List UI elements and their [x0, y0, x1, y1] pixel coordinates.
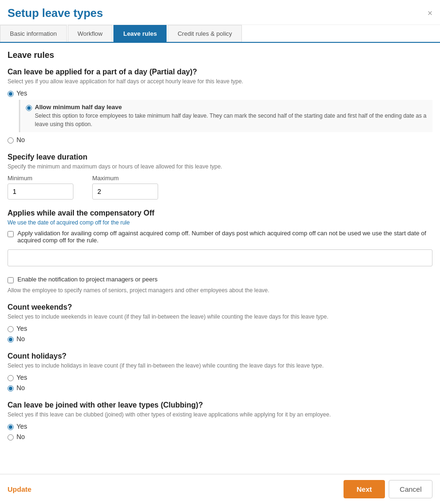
cancel-button[interactable]: Cancel — [389, 480, 432, 498]
maximum-field: Maximum — [92, 175, 158, 200]
partial-day-subtitle: Select yes if you allow leave applicatio… — [8, 78, 432, 85]
count-holidays-block: Count holidays? Select yes to include ho… — [8, 352, 432, 392]
holidays-yes-item: Yes — [8, 374, 432, 381]
half-day-label-container[interactable]: Allow minimum half day leave Select this… — [26, 104, 427, 128]
section-title: Leave rules — [8, 50, 432, 60]
tab-leave-rules[interactable]: Leave rules — [113, 25, 167, 42]
notification-checkbox-item: Enable the notification to project manag… — [8, 276, 432, 283]
clubbing-subtitle: Select yes if this leave can be clubbed … — [8, 411, 432, 418]
clubbing-no-label[interactable]: No — [16, 433, 25, 440]
weekends-no-label[interactable]: No — [16, 335, 25, 343]
holidays-no-label[interactable]: No — [16, 384, 25, 392]
footer-right-actions: Next Cancel — [344, 480, 432, 498]
minimum-field: Minimum — [8, 175, 73, 200]
partial-day-no-item: No — [8, 136, 432, 144]
modal-title: Setup leave types — [8, 7, 103, 20]
comp-off-checkbox[interactable] — [8, 231, 14, 237]
partial-day-options: Yes Allow minimum half day leave Select … — [8, 89, 432, 144]
count-weekends-block: Count weekends? Select yes to include we… — [8, 303, 432, 343]
comp-off-title: Applies while avail the compensatory Off — [8, 209, 432, 217]
count-holidays-options: Yes No — [8, 374, 432, 392]
clubbing-no-item: No — [8, 433, 432, 440]
notification-desc: Allow the employee to specify names of s… — [8, 287, 432, 294]
count-weekends-question: Count weekends? — [8, 303, 432, 312]
half-day-radio[interactable] — [26, 105, 32, 111]
modal-footer: Update Next Cancel — [0, 474, 440, 504]
tab-bar: Basic information Workflow Leave rules C… — [0, 25, 440, 43]
next-button[interactable]: Next — [344, 480, 385, 498]
count-weekends-subtitle: Select yes to include weekends in leave … — [8, 313, 432, 320]
partial-day-no-label[interactable]: No — [16, 136, 25, 144]
comp-off-checkbox-item: Apply validation for availing comp off a… — [8, 230, 432, 244]
duration-section: Specify leave duration Specify the minim… — [8, 153, 432, 200]
partial-day-yes-label[interactable]: Yes — [16, 89, 27, 97]
partial-day-no-radio[interactable] — [8, 137, 14, 144]
duration-fields: Minimum Maximum — [8, 175, 432, 200]
clubbing-block: Can leave be joined with other leave typ… — [8, 401, 432, 440]
modal-header: Setup leave types × — [0, 0, 440, 25]
maximum-label: Maximum — [92, 175, 158, 182]
minimum-label: Minimum — [8, 175, 73, 182]
tab-credit-rules[interactable]: Credit rules & policy — [168, 25, 242, 42]
tab-basic-information[interactable]: Basic information — [0, 25, 67, 42]
count-holidays-subtitle: Select yes to include holidays in leave … — [8, 362, 432, 369]
comp-off-days-input[interactable] — [8, 249, 432, 266]
partial-day-yes-item: Yes — [8, 89, 432, 97]
half-day-option-desc: Select this option to force employees to… — [35, 112, 427, 128]
weekends-yes-label[interactable]: Yes — [16, 325, 27, 332]
weekends-yes-item: Yes — [8, 325, 432, 332]
duration-subtitle: Specify the minimum and maximum days or … — [8, 163, 432, 170]
maximum-input[interactable] — [92, 184, 158, 200]
duration-title: Specify leave duration — [8, 153, 432, 161]
count-weekends-options: Yes No — [8, 325, 432, 343]
holidays-yes-radio[interactable] — [8, 375, 14, 381]
comp-off-subtitle: We use the date of acquired comp off for… — [8, 219, 432, 226]
partial-day-question: Can leave be applied for a part of a day… — [8, 68, 432, 76]
notification-section: Enable the notification to project manag… — [8, 276, 432, 294]
content-area: Leave rules Can leave be applied for a p… — [0, 43, 440, 472]
half-day-nested: Allow minimum half day leave Select this… — [19, 100, 432, 132]
weekends-yes-radio[interactable] — [8, 326, 14, 332]
comp-off-section: Applies while avail the compensatory Off… — [8, 209, 432, 266]
weekends-no-item: No — [8, 335, 432, 343]
holidays-no-radio[interactable] — [8, 385, 14, 392]
notification-title: Enable the notification to project manag… — [17, 276, 158, 283]
minimum-input[interactable] — [8, 184, 73, 200]
notification-checkbox-label[interactable]: Enable the notification to project manag… — [17, 276, 158, 283]
close-button[interactable]: × — [427, 9, 432, 17]
partial-day-block: Can leave be applied for a part of a day… — [8, 68, 432, 144]
half-day-option-label: Allow minimum half day leave — [35, 104, 427, 111]
update-button[interactable]: Update — [8, 485, 32, 493]
clubbing-question: Can leave be joined with other leave typ… — [8, 401, 432, 409]
partial-day-yes-radio[interactable] — [8, 91, 14, 97]
notification-checkbox[interactable] — [8, 277, 14, 283]
clubbing-options: Yes No — [8, 423, 432, 440]
count-holidays-question: Count holidays? — [8, 352, 432, 360]
weekends-no-radio[interactable] — [8, 336, 14, 343]
tab-workflow[interactable]: Workflow — [68, 25, 112, 42]
clubbing-no-radio[interactable] — [8, 434, 14, 440]
clubbing-yes-radio[interactable] — [8, 424, 14, 430]
clubbing-yes-label[interactable]: Yes — [16, 423, 27, 430]
holidays-yes-label[interactable]: Yes — [16, 374, 27, 381]
comp-off-checkbox-label[interactable]: Apply validation for availing comp off a… — [17, 230, 432, 244]
holidays-no-item: No — [8, 384, 432, 392]
clubbing-yes-item: Yes — [8, 423, 432, 430]
